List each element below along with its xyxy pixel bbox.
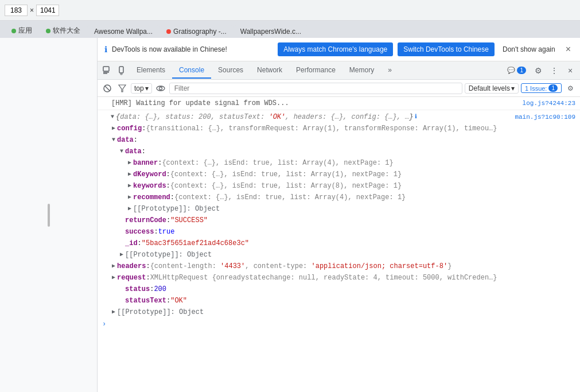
config-key: config xyxy=(117,123,142,134)
json-prototype1-row[interactable]: [[Prototype]]: Object xyxy=(102,203,575,215)
status-key: status xyxy=(125,284,150,294)
json-data-outer-row[interactable]: data : xyxy=(102,134,575,146)
notification-bar: ℹ DevTools is now available in Chinese! … xyxy=(98,38,580,61)
tab-sources[interactable]: Sources xyxy=(211,63,250,79)
badge-count: 1 xyxy=(517,67,526,74)
match-language-button[interactable]: Always match Chrome's language xyxy=(278,42,393,56)
prototype1-text: [[Prototype]]: Object xyxy=(133,204,220,214)
statustext-value: "OK" xyxy=(170,296,187,306)
json-request-row[interactable]: request : XMLHttpRequest {onreadystatech… xyxy=(102,272,575,284)
success-colon: : xyxy=(154,227,158,237)
width-input[interactable]: 183 xyxy=(5,5,28,16)
context-selector[interactable]: top ▾ xyxy=(131,83,152,94)
dimension-separator: × xyxy=(30,6,34,14)
height-input[interactable]: 1041 xyxy=(36,5,59,16)
request-triangle[interactable] xyxy=(110,274,117,281)
svg-rect-4 xyxy=(120,73,122,75)
id-value: "5bac3f5651aef21ad4c68e3c" xyxy=(142,238,249,249)
keywords-key: keywords xyxy=(133,181,166,191)
tab-label-gratisography: Gratisography -... xyxy=(173,28,227,36)
prototype2-triangle[interactable] xyxy=(118,251,125,258)
device-toolbar-icon[interactable] xyxy=(115,63,130,78)
dkeyword-triangle[interactable] xyxy=(126,171,133,178)
json-banner-row[interactable]: banner : {context: {…}, isEnd: true, lis… xyxy=(102,157,575,169)
prototype3-triangle[interactable] xyxy=(110,309,117,316)
switch-devtools-button[interactable]: Switch DevTools to Chinese xyxy=(398,42,495,56)
json-keywords-row[interactable]: keywords : {context: {…}, isEnd: true, l… xyxy=(102,180,575,192)
json-statustext-row: statusText : "OK" xyxy=(102,295,575,306)
data-outer-triangle[interactable] xyxy=(110,137,117,143)
notification-close-icon[interactable]: × xyxy=(563,44,573,55)
svg-rect-0 xyxy=(103,67,109,71)
tab-performance[interactable]: Performance xyxy=(289,63,342,79)
tab-elements[interactable]: Elements xyxy=(130,63,172,79)
svg-line-6 xyxy=(105,86,110,91)
status-colon: : xyxy=(150,284,154,294)
settings-icon[interactable]: ⚙ xyxy=(531,63,546,78)
svg-point-9 xyxy=(159,87,162,90)
filter-input[interactable] xyxy=(169,83,462,94)
json-root-row[interactable]: {data: {…}, status: 200, statusText: 'OK… xyxy=(102,111,575,123)
dimension-input: 183 × 1041 xyxy=(5,5,59,16)
devtools-right-icons: 💬 1 ⚙ ⋮ × xyxy=(504,63,578,78)
keywords-triangle[interactable] xyxy=(126,183,133,189)
json-prototype3-row[interactable]: [[Prototype]]: Object xyxy=(102,306,575,318)
issues-badge-button[interactable]: 💬 1 xyxy=(504,65,530,75)
tab-gratisography[interactable]: Gratisography -... xyxy=(159,25,233,38)
clear-console-icon[interactable] xyxy=(101,82,114,95)
browser-bar: 183 × 1041 xyxy=(0,0,580,21)
main-link[interactable]: main.js?1c90:109 xyxy=(515,112,575,122)
default-levels-label: Default levels xyxy=(469,84,510,92)
banner-value: {context: {…}, isEnd: true, list: Array(… xyxy=(162,158,393,168)
headers-triangle[interactable] xyxy=(110,263,117,270)
data-outer-colon: : xyxy=(134,135,138,145)
hmr-text: [HMR] Waiting for update signal from WDS… xyxy=(111,98,523,108)
dkeyword-colon: : xyxy=(166,169,170,180)
json-headers-row[interactable]: headers : {content-length: '4433', conte… xyxy=(102,261,575,272)
request-colon: : xyxy=(146,273,150,283)
json-dkeyword-row[interactable]: dKeyword : {context: {…}, isEnd: true, l… xyxy=(102,169,575,180)
close-devtools-icon[interactable]: × xyxy=(563,63,578,78)
tab-wallpapers[interactable]: WallpapersWide.c... xyxy=(233,25,308,38)
config-triangle[interactable] xyxy=(110,125,117,132)
json-config-row[interactable]: config : {transitional: {…}, transformRe… xyxy=(102,123,575,134)
filter-icon[interactable] xyxy=(116,82,129,95)
json-recommend-row[interactable]: recommend : {context: {…}, isEnd: true, … xyxy=(102,192,575,203)
inspect-element-icon[interactable] xyxy=(100,63,115,78)
json-data-inner-row[interactable]: data : xyxy=(102,146,575,157)
tab-awesome[interactable]: Awesome Wallpa... xyxy=(87,25,159,38)
default-levels-dropdown[interactable]: Default levels ▾ xyxy=(465,83,519,94)
returncode-colon: : xyxy=(166,215,170,226)
json-prototype2-row[interactable]: [[Prototype]]: Object xyxy=(102,249,575,261)
console-output[interactable]: [HMR] Waiting for update signal from WDS… xyxy=(98,97,580,392)
drag-handle[interactable] xyxy=(48,204,50,227)
eye-icon[interactable] xyxy=(154,82,167,95)
recommend-triangle[interactable] xyxy=(126,194,133,201)
dont-show-button[interactable]: Don't show again xyxy=(499,42,559,56)
tab-console[interactable]: Console xyxy=(172,63,211,79)
hmr-link[interactable]: log.js?4244:23 xyxy=(523,98,575,108)
info-icon: ℹ xyxy=(104,45,107,54)
tab-more[interactable]: » xyxy=(381,63,399,79)
more-options-icon[interactable]: ⋮ xyxy=(547,63,562,78)
config-colon: : xyxy=(142,123,146,134)
tab-network[interactable]: Network xyxy=(250,63,289,79)
prototype3-text: [[Prototype]]: Object xyxy=(117,307,204,317)
tab-apps[interactable]: 应用 xyxy=(5,24,39,38)
default-levels-arrow: ▾ xyxy=(511,84,515,92)
tab-dot-gratisography xyxy=(166,29,171,34)
banner-triangle[interactable] xyxy=(126,160,133,166)
data-inner-triangle[interactable] xyxy=(118,148,125,155)
console-settings-icon[interactable]: ⚙ xyxy=(564,82,577,95)
prototype1-triangle[interactable] xyxy=(126,205,133,212)
info-badge-icon[interactable]: ℹ xyxy=(415,112,417,122)
issue-count-button[interactable]: 1 Issue: 1 xyxy=(521,83,562,93)
root-triangle[interactable] xyxy=(109,114,116,121)
console-toolbar: top ▾ Default levels ▾ 1 Issue: 1 ⚙ xyxy=(98,80,580,97)
console-next-arrow[interactable]: › xyxy=(98,319,580,329)
tab-memory[interactable]: Memory xyxy=(342,63,381,79)
tab-label-awesome: Awesome Wallpa... xyxy=(94,28,153,36)
prototype2-text: [[Prototype]]: Object xyxy=(125,250,212,260)
tab-software[interactable]: 软件大全 xyxy=(39,24,87,38)
headers-colon: : xyxy=(146,261,150,271)
